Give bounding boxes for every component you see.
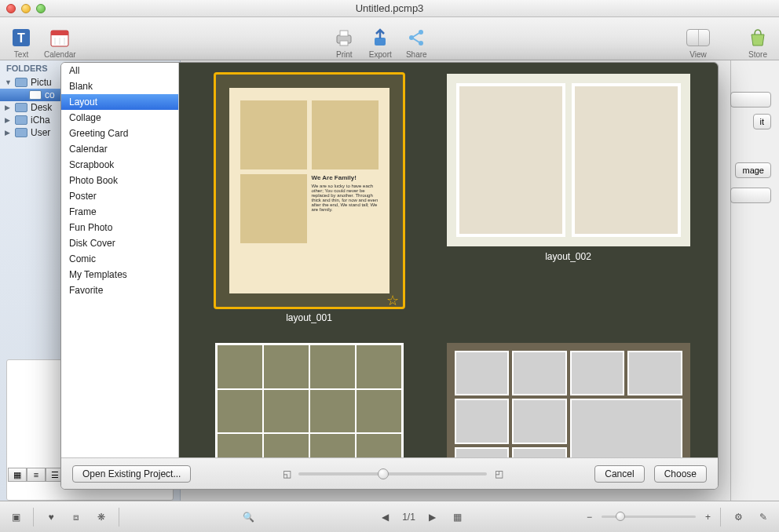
category-item[interactable]: Blank <box>61 78 178 94</box>
crop-icon[interactable]: ⧈ <box>68 509 84 525</box>
view-toggle[interactable]: View <box>685 18 711 59</box>
prev-page-icon[interactable]: ◀ <box>377 509 393 525</box>
window-titlebar: Untitled.pcmp3 <box>0 0 779 17</box>
category-item[interactable]: All <box>61 63 178 78</box>
grid-view-icon[interactable]: ▦ <box>8 468 27 482</box>
calendar-icon <box>48 26 71 49</box>
zoom-slider[interactable] <box>602 516 696 518</box>
category-item[interactable]: Calendar <box>61 141 178 157</box>
svg-rect-3 <box>51 31 68 35</box>
category-item[interactable]: Poster <box>61 188 178 204</box>
edit-icon[interactable]: ✎ <box>755 509 771 525</box>
choose-button[interactable]: Choose <box>654 465 707 483</box>
heart-icon[interactable]: ♥ <box>43 509 59 525</box>
next-page-icon[interactable]: ▶ <box>425 509 441 525</box>
template-label: layout_001 <box>286 312 332 323</box>
main-toolbar: T Text Calendar Print Export <box>0 17 779 60</box>
svg-rect-9 <box>340 41 348 46</box>
inspector-dropdown-2[interactable] <box>730 188 771 203</box>
open-existing-button[interactable]: Open Existing Project... <box>72 465 191 483</box>
template-picker-modal: AllBlankLayoutCollageGreeting CardCalend… <box>60 62 719 490</box>
svg-line-14 <box>413 33 419 37</box>
print-button[interactable]: Print <box>331 18 357 59</box>
svg-rect-10 <box>375 38 386 46</box>
category-item[interactable]: Collage <box>61 110 178 126</box>
adjust-icon[interactable]: ❋ <box>93 509 109 525</box>
template-grid[interactable]: We Are Family!We are so lucky to have ea… <box>179 63 718 457</box>
inspector-dropdown-1[interactable] <box>730 92 771 107</box>
share-button[interactable]: Share <box>403 18 430 59</box>
category-list: AllBlankLayoutCollageGreeting CardCalend… <box>61 63 179 457</box>
zoom-large-icon[interactable]: ◰ <box>493 468 504 479</box>
book-icon[interactable]: ▦ <box>450 509 466 525</box>
favorite-star-icon[interactable]: ☆ <box>386 292 399 309</box>
svg-line-15 <box>413 38 419 42</box>
minus-icon[interactable]: − <box>587 512 592 523</box>
svg-text:T: T <box>17 31 25 45</box>
export-icon <box>368 26 392 49</box>
printer-icon <box>332 26 356 49</box>
settings-icon[interactable]: ⚙ <box>730 509 746 525</box>
category-item[interactable]: Scrapbook <box>61 157 178 173</box>
zoom-small-icon[interactable]: ◱ <box>281 468 292 479</box>
window-title: Untitled.pcmp3 <box>0 2 779 14</box>
category-item[interactable]: Comic <box>61 251 178 267</box>
svg-rect-8 <box>340 31 348 36</box>
thumbnail-size-slider[interactable] <box>298 472 487 476</box>
template-item[interactable]: layout_002 <box>447 74 690 323</box>
plus-icon[interactable]: + <box>705 512 711 523</box>
template-item[interactable]: We Are Family!We are so lucky to have ea… <box>207 74 411 323</box>
text-icon: T <box>9 26 33 49</box>
category-item[interactable]: Layout <box>61 94 178 110</box>
store-button[interactable]: Store <box>744 18 771 59</box>
category-item[interactable]: Fun Photo <box>61 220 178 235</box>
calendar-button[interactable]: Calendar <box>44 18 76 59</box>
page-indicator: 1/1 <box>402 512 415 523</box>
share-icon <box>404 26 428 49</box>
list-view-icon[interactable]: ≡ <box>27 468 46 482</box>
inspector-panel: it mage <box>730 60 779 501</box>
modal-footer: Open Existing Project... ◱ ◰ Cancel Choo… <box>61 457 718 489</box>
category-item[interactable]: Greeting Card <box>61 126 178 141</box>
template-item[interactable]: Love Story <box>447 343 690 457</box>
category-item[interactable]: My Templates <box>61 267 178 282</box>
app-statusbar: ▣ ♥ ⧈ ❋ 🔍 ◀ 1/1 ▶ ▦ − + ⚙ ✎ <box>0 501 779 532</box>
store-icon <box>746 26 770 49</box>
category-item[interactable]: Disk Cover <box>61 235 178 251</box>
category-item[interactable]: Frame <box>61 204 178 220</box>
template-item[interactable]: Amazing Nature <box>207 343 411 457</box>
template-label: layout_002 <box>545 251 591 262</box>
photo-icon[interactable]: ▣ <box>8 509 24 525</box>
inspector-image-button[interactable]: mage <box>735 162 771 178</box>
inspector-edit-button[interactable]: it <box>753 114 772 129</box>
export-button[interactable]: Export <box>367 18 393 59</box>
category-item[interactable]: Favorite <box>61 282 178 298</box>
cancel-button[interactable]: Cancel <box>594 465 644 483</box>
category-item[interactable]: Photo Book <box>61 173 178 188</box>
zoom-out-icon[interactable]: 🔍 <box>240 509 256 525</box>
text-button[interactable]: T Text <box>8 18 35 59</box>
